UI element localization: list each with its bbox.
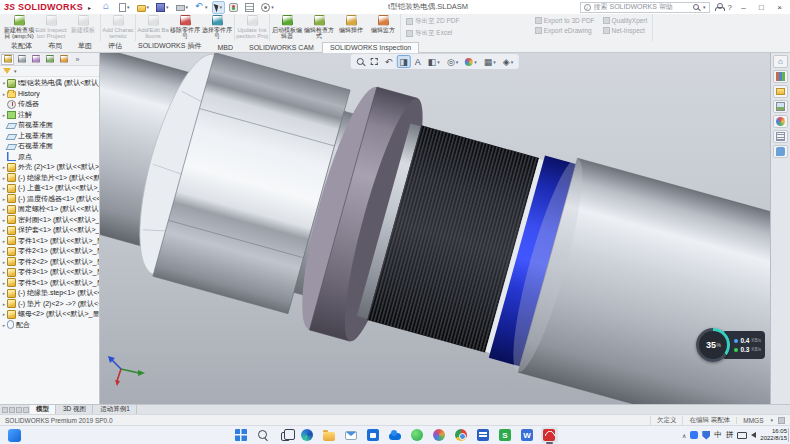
tree-item[interactable]: 右视基准面: [1, 141, 99, 152]
zoom-to-fit-button[interactable]: [354, 55, 367, 68]
ribbon-tab[interactable]: 装配体: [3, 39, 40, 52]
ribbon-button[interactable]: 编辑操作: [335, 14, 367, 41]
custom-properties-button[interactable]: [773, 130, 788, 143]
ribbon-tab[interactable]: SOLIDWORKS Inspection: [322, 42, 419, 53]
search-taskbar-button[interactable]: [255, 427, 272, 443]
tree-item[interactable]: 传感器: [1, 99, 99, 110]
app-blue-book-taskbar-button[interactable]: [475, 427, 492, 443]
appearances-scenes-button[interactable]: [773, 115, 788, 128]
help-icon[interactable]: ?: [728, 3, 732, 12]
tree-item[interactable]: ▸(-) 绝缘垫片<1> (默认<<默认>_显: [1, 173, 99, 184]
tree-item[interactable]: ▸零件5<1> (默认<<默认>_显示状态: [1, 278, 99, 289]
tree-item[interactable]: ▸History: [1, 89, 99, 100]
tree-item[interactable]: ▸零件2<1> (默认<<默认>_显示状态: [1, 246, 99, 257]
login-icon[interactable]: [715, 3, 723, 11]
document-tab[interactable]: 运动算例1: [94, 405, 137, 414]
propertymanager-tab[interactable]: [15, 54, 28, 65]
tray-app-icon[interactable]: [690, 431, 698, 439]
ime-mode-indicator[interactable]: 拼: [726, 430, 734, 440]
pane-expand-tab[interactable]: »: [71, 54, 84, 65]
home-button[interactable]: ⌂: [773, 55, 788, 68]
tree-item[interactable]: ▸零件3<1> (默认<<默认>_显示状态: [1, 267, 99, 278]
undo-button[interactable]: ▾: [192, 1, 211, 14]
design-library-button[interactable]: [773, 70, 788, 83]
ime-language-indicator[interactable]: 中: [714, 430, 722, 440]
ribbon-tab[interactable]: SOLIDWORKS CAM: [241, 42, 322, 52]
tab-scroll-button[interactable]: [23, 407, 29, 413]
tree-item[interactable]: ▸零件2<2> (默认<<默认>_显示状态: [1, 257, 99, 268]
tree-item[interactable]: ▸零件1<1> (默认<<默认>_显示状态: [1, 236, 99, 247]
ribbon-tab[interactable]: 布局: [40, 39, 70, 52]
zoom-to-area-button[interactable]: [368, 55, 381, 68]
dimxpertmanager-tab[interactable]: [43, 54, 56, 65]
maximize-button[interactable]: □: [755, 3, 768, 12]
filter-caret-icon[interactable]: ▾: [14, 68, 17, 74]
edge-taskbar-button[interactable]: [299, 427, 316, 443]
view-orientation-button[interactable]: ◈▾: [500, 55, 516, 68]
solidworks-taskbar-button[interactable]: [541, 427, 558, 443]
home-button[interactable]: [100, 1, 115, 14]
featuremanager-design-tree-tab[interactable]: [1, 54, 14, 65]
onedrive-taskbar-button[interactable]: [387, 427, 404, 443]
section-view-button[interactable]: ◨: [396, 55, 411, 68]
app-s-taskbar-button[interactable]: S: [497, 427, 514, 443]
ribbon-button[interactable]: 编辑监方: [367, 14, 399, 41]
ribbon-tab[interactable]: SOLIDWORKS 插件: [130, 39, 209, 52]
tree-item[interactable]: ▸注解: [1, 110, 99, 121]
search-caret-icon[interactable]: ▾: [703, 4, 706, 10]
ribbon-button[interactable]: 选择零件序号: [201, 14, 233, 41]
solidworks-forum-button[interactable]: [773, 145, 788, 158]
hide-show-items-button[interactable]: ◎▾: [444, 55, 461, 68]
save-button[interactable]: ▾: [153, 1, 172, 14]
menu-expand-arrow-icon[interactable]: ▸: [88, 4, 91, 11]
tree-item[interactable]: ▸(-) 垫片 (2)<2> ->? (默认<<默认>: [1, 299, 99, 310]
tab-scroll-button[interactable]: [9, 407, 15, 413]
dynamic-annotation-views-button[interactable]: A: [412, 55, 424, 68]
select-button[interactable]: ▾: [212, 1, 226, 14]
status-units[interactable]: MMGS: [736, 417, 769, 424]
speaker-icon[interactable]: [751, 432, 756, 438]
tree-item[interactable]: ▸配合: [1, 320, 99, 331]
ribbon-button[interactable]: 启动模板编辑器: [271, 14, 303, 41]
tree-item[interactable]: ▸固定螺栓<1> (默认<<默认>_显示: [1, 204, 99, 215]
tree-item[interactable]: ▸(-) 绝缘垫.step<1> (默认<<默认: [1, 288, 99, 299]
ribbon-button[interactable]: 新建检查项目 (amp;N): [3, 14, 35, 41]
store-taskbar-button[interactable]: [365, 427, 382, 443]
tree-filter-bar[interactable]: ▾: [0, 66, 99, 77]
document-tab[interactable]: 3D 视图: [57, 405, 93, 414]
start-taskbar-button[interactable]: [233, 427, 250, 443]
file-properties-button[interactable]: [242, 1, 257, 14]
new-document-button[interactable]: ▾: [116, 1, 133, 14]
mail-taskbar-button[interactable]: [343, 427, 360, 443]
tree-item[interactable]: ▸(-) 上盖<1> (默认<<默认>_显示状: [1, 183, 99, 194]
tree-item[interactable]: ▸密封圈<1> (默认<<默认>_显示状: [1, 215, 99, 226]
quick-tips-icon[interactable]: [778, 417, 785, 424]
app-color-orb-taskbar-button[interactable]: [431, 427, 448, 443]
edit-appearance-button[interactable]: ▾: [462, 55, 480, 68]
rebuild-button[interactable]: [226, 1, 241, 14]
configurationmanager-tab[interactable]: [29, 54, 42, 65]
options-button[interactable]: ▾: [258, 1, 277, 14]
ribbon-tab[interactable]: MBD: [209, 42, 241, 52]
graphics-viewport[interactable]: ↶◨A◧▾◎▾▾▦▾◈▾ 35 % 0.4KB/s0.3KB/s: [100, 53, 770, 404]
tree-item[interactable]: 前视基准面: [1, 120, 99, 131]
tab-scroll-button[interactable]: [16, 407, 22, 413]
tree-item[interactable]: ▸(-) 温度传感器<1> (默认<<默认>_: [1, 194, 99, 205]
displaymanager-tab[interactable]: [57, 54, 70, 65]
3d-model-scene[interactable]: [100, 53, 770, 404]
file-explorer-button[interactable]: [773, 85, 788, 98]
app-green-circle-taskbar-button[interactable]: [409, 427, 426, 443]
help-search-box[interactable]: i 搜索 SOLIDWORKS 帮助 ▾: [580, 2, 710, 13]
ribbon-tab[interactable]: 评估: [100, 39, 130, 52]
tree-item[interactable]: 原点: [1, 152, 99, 163]
document-tab[interactable]: 模型: [30, 405, 56, 414]
close-button[interactable]: ×: [773, 3, 786, 12]
tab-scroll-button[interactable]: [2, 407, 8, 413]
print-button[interactable]: ▾: [173, 1, 192, 14]
minimize-button[interactable]: –: [737, 3, 750, 12]
display-style-button[interactable]: ◧▾: [425, 55, 443, 68]
search-icon[interactable]: [693, 4, 699, 10]
tree-item[interactable]: ▸外壳 (2)<1> (默认<<默认>_显示状: [1, 162, 99, 173]
previous-view-button[interactable]: ↶: [382, 55, 396, 68]
apply-scene-button[interactable]: ▦▾: [481, 55, 499, 68]
